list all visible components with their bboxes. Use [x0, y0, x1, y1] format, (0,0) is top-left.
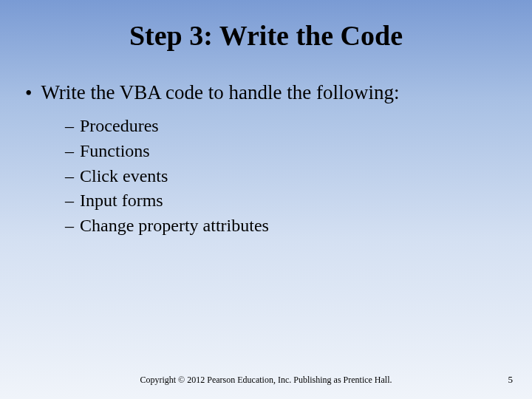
list-item: – Change property attributes — [65, 214, 517, 239]
dash-icon: – — [65, 188, 74, 214]
dash-icon: – — [65, 164, 74, 189]
sub-item-text: Click events — [80, 164, 168, 189]
sub-item-text: Input forms — [80, 188, 163, 214]
list-item: – Click events — [65, 164, 517, 189]
dash-icon: – — [65, 139, 74, 164]
sub-list: – Procedures – Functions – Click events … — [25, 114, 517, 238]
sub-item-text: Procedures — [80, 114, 159, 139]
main-bullet: • Write the VBA code to handle the follo… — [25, 81, 517, 105]
list-item: – Procedures — [65, 114, 517, 139]
main-bullet-text: Write the VBA code to handle the followi… — [41, 81, 399, 104]
page-number: 5 — [508, 374, 514, 386]
slide-content: • Write the VBA code to handle the follo… — [0, 81, 532, 238]
dash-icon: – — [65, 214, 74, 239]
sub-item-text: Change property attributes — [80, 214, 269, 239]
copyright-footer: Copyright © 2012 Pearson Education, Inc.… — [0, 375, 532, 386]
sub-item-text: Functions — [80, 139, 150, 164]
list-item: – Input forms — [65, 188, 517, 214]
list-item: – Functions — [65, 139, 517, 164]
dash-icon: – — [65, 114, 74, 139]
slide-title: Step 3: Write the Code — [0, 0, 532, 81]
bullet-dot-icon: • — [25, 81, 32, 105]
